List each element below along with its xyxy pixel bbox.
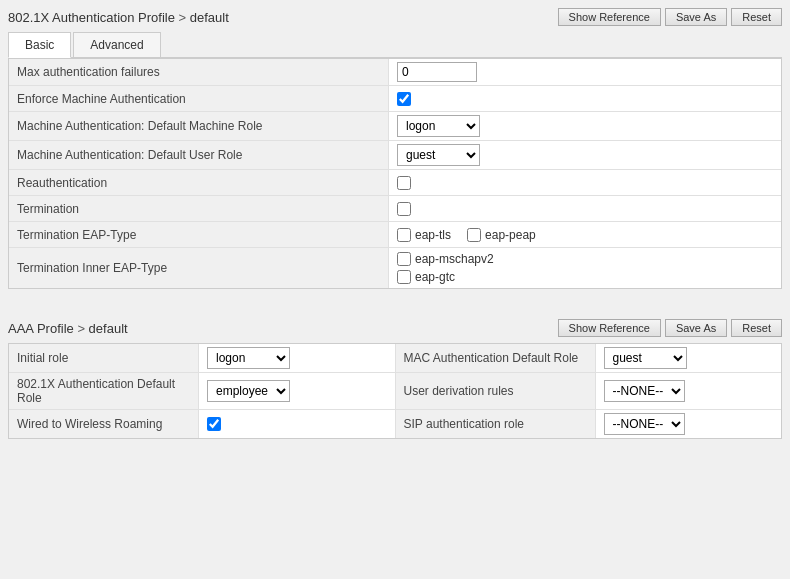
section-802-1x-buttons: Show Reference Save As Reset: [558, 8, 782, 26]
aaa-col-mac-auth-default-role: MAC Authentication Default Role guest lo…: [396, 344, 782, 372]
input-max-auth-failures[interactable]: [397, 62, 477, 82]
row-termination: Termination: [9, 196, 781, 222]
label-reauthentication: Reauthentication: [9, 170, 389, 195]
tab-bar-1: Basic Advanced: [8, 32, 782, 58]
row-reauthentication: Reauthentication: [9, 170, 781, 196]
section-aaa-buttons: Show Reference Save As Reset: [558, 319, 782, 337]
label-max-auth-failures: Max authentication failures: [9, 59, 389, 85]
checkbox-eap-peap[interactable]: [467, 228, 481, 242]
value-user-derivation-rules: --NONE--: [596, 373, 782, 409]
select-mac-auth-default-role[interactable]: guest logon employee: [604, 347, 687, 369]
label-default-machine-role: Machine Authentication: Default Machine …: [9, 112, 389, 140]
value-initial-role: logon guest employee: [199, 344, 395, 372]
label-dot1x-default-role: 802.1X Authentication Default Role: [9, 373, 199, 409]
eap-mschapv2-label: eap-mschapv2: [397, 252, 494, 266]
label-termination: Termination: [9, 196, 389, 221]
checkbox-reauthentication[interactable]: [397, 176, 411, 190]
aaa-col-user-derivation-rules: User derivation rules --NONE--: [396, 373, 782, 409]
section-aaa-header: AAA Profile > default Show Reference Sav…: [8, 319, 782, 337]
row-enforce-machine-auth: Enforce Machine Authentication: [9, 86, 781, 112]
label-default-user-role: Machine Authentication: Default User Rol…: [9, 141, 389, 169]
value-termination: [389, 196, 781, 221]
section-gap: [8, 309, 782, 319]
row-default-user-role: Machine Authentication: Default User Rol…: [9, 141, 781, 170]
value-sip-auth-role: --NONE--: [596, 410, 782, 438]
row-max-auth-failures: Max authentication failures: [9, 59, 781, 86]
save-as-button-2[interactable]: Save As: [665, 319, 727, 337]
select-initial-role[interactable]: logon guest employee: [207, 347, 290, 369]
row-termination-eap-type: Termination EAP-Type eap-tls eap-peap: [9, 222, 781, 248]
section-aaa: AAA Profile > default Show Reference Sav…: [8, 319, 782, 439]
eap-tls-text: eap-tls: [415, 228, 451, 242]
label-termination-inner-eap-type: Termination Inner EAP-Type: [9, 248, 389, 288]
aaa-col-wired-wireless: Wired to Wireless Roaming: [9, 410, 396, 438]
section-aaa-title: AAA Profile > default: [8, 321, 128, 336]
value-termination-inner-eap-type: eap-mschapv2 eap-gtc: [389, 248, 781, 288]
checkbox-eap-tls[interactable]: [397, 228, 411, 242]
eap-gtc-label: eap-gtc: [397, 270, 455, 284]
value-reauthentication: [389, 170, 781, 195]
label-termination-eap-type: Termination EAP-Type: [9, 222, 389, 247]
section-802-1x-title: 802.1X Authentication Profile > default: [8, 10, 229, 25]
eap-tls-label: eap-tls: [397, 228, 451, 242]
label-initial-role: Initial role: [9, 344, 199, 372]
reset-button-2[interactable]: Reset: [731, 319, 782, 337]
value-mac-auth-default-role: guest logon employee: [596, 344, 782, 372]
value-dot1x-default-role: employee logon guest: [199, 373, 395, 409]
value-termination-eap-type: eap-tls eap-peap: [389, 222, 781, 247]
select-dot1x-default-role[interactable]: employee logon guest: [207, 380, 290, 402]
aaa-row-3: Wired to Wireless Roaming SIP authentica…: [9, 410, 781, 438]
select-default-user-role[interactable]: guest logon employee: [397, 144, 480, 166]
form-802-1x: Max authentication failures Enforce Mach…: [8, 58, 782, 289]
aaa-row-1: Initial role logon guest employee MAC Au…: [9, 344, 781, 373]
checkbox-wired-wireless-roaming[interactable]: [207, 417, 221, 431]
select-user-derivation-rules[interactable]: --NONE--: [604, 380, 685, 402]
form-aaa: Initial role logon guest employee MAC Au…: [8, 343, 782, 439]
select-sip-auth-role[interactable]: --NONE--: [604, 413, 685, 435]
value-default-user-role: guest logon employee: [389, 141, 781, 169]
aaa-col-sip-auth-role: SIP authentication role --NONE--: [396, 410, 782, 438]
save-as-button-1[interactable]: Save As: [665, 8, 727, 26]
section-profile-name: default: [190, 10, 229, 25]
show-reference-button-2[interactable]: Show Reference: [558, 319, 661, 337]
show-reference-button-1[interactable]: Show Reference: [558, 8, 661, 26]
section-802-1x: 802.1X Authentication Profile > default …: [8, 8, 782, 289]
aaa-title-text: AAA Profile: [8, 321, 74, 336]
value-max-auth-failures: [389, 59, 781, 85]
label-enforce-machine-auth: Enforce Machine Authentication: [9, 86, 389, 111]
eap-peap-text: eap-peap: [485, 228, 536, 242]
aaa-col-initial-role: Initial role logon guest employee: [9, 344, 396, 372]
label-mac-auth-default-role: MAC Authentication Default Role: [396, 344, 596, 372]
aaa-row-2: 802.1X Authentication Default Role emplo…: [9, 373, 781, 410]
tab-advanced[interactable]: Advanced: [73, 32, 160, 57]
row-default-machine-role: Machine Authentication: Default Machine …: [9, 112, 781, 141]
value-wired-wireless-roaming: [199, 410, 395, 438]
value-enforce-machine-auth: [389, 86, 781, 111]
section-802-1x-header: 802.1X Authentication Profile > default …: [8, 8, 782, 26]
eap-gtc-text: eap-gtc: [415, 270, 455, 284]
label-user-derivation-rules: User derivation rules: [396, 373, 596, 409]
row-termination-inner-eap-type: Termination Inner EAP-Type eap-mschapv2 …: [9, 248, 781, 288]
section-title-text: 802.1X Authentication Profile: [8, 10, 175, 25]
eap-mschapv2-text: eap-mschapv2: [415, 252, 494, 266]
aaa-col-dot1x-default-role: 802.1X Authentication Default Role emplo…: [9, 373, 396, 409]
checkbox-eap-mschapv2[interactable]: [397, 252, 411, 266]
eap-peap-label: eap-peap: [467, 228, 536, 242]
select-default-machine-role[interactable]: logon guest employee: [397, 115, 480, 137]
aaa-profile-name: default: [89, 321, 128, 336]
tab-basic[interactable]: Basic: [8, 32, 71, 58]
label-sip-auth-role: SIP authentication role: [396, 410, 596, 438]
value-default-machine-role: logon guest employee: [389, 112, 781, 140]
checkbox-eap-gtc[interactable]: [397, 270, 411, 284]
label-wired-wireless-roaming: Wired to Wireless Roaming: [9, 410, 199, 438]
checkbox-termination[interactable]: [397, 202, 411, 216]
reset-button-1[interactable]: Reset: [731, 8, 782, 26]
checkbox-enforce-machine-auth[interactable]: [397, 92, 411, 106]
